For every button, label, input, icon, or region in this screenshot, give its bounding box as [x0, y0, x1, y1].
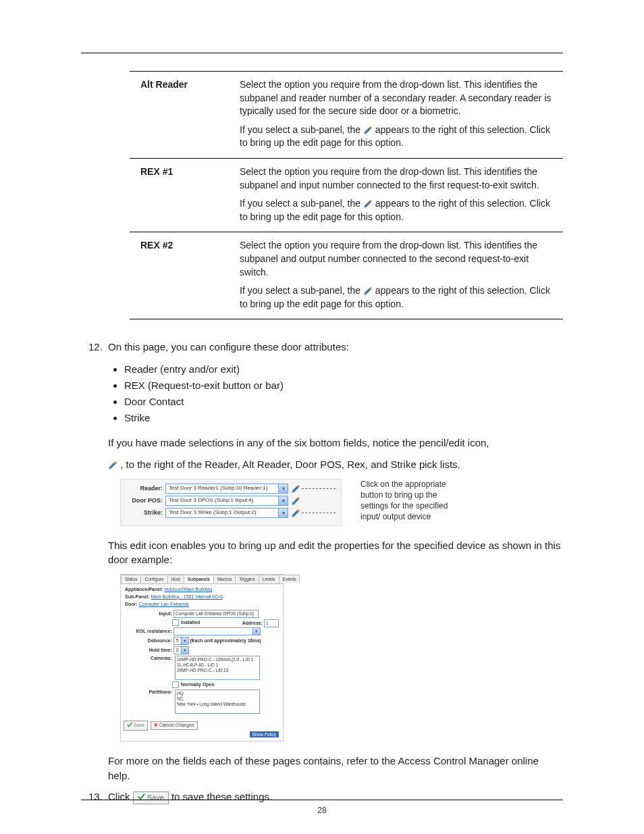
tab-subpanels[interactable]: Subpanels [184, 575, 214, 583]
options-table: Alt Reader Select the option you require… [130, 71, 563, 319]
tab-bar: Status Configure Host Subpanels Macros T… [121, 575, 283, 584]
appliance-panel-link[interactable]: redcloud/Main Building [164, 587, 212, 592]
callout-text: Click on the appropriate button to bring… [360, 479, 462, 523]
step-12: On this page, you can configure these do… [105, 340, 563, 783]
pencil-icon [363, 199, 373, 209]
hold-time-select[interactable]: 0▾ [173, 646, 189, 654]
door-pos-label: Door POS: [126, 496, 163, 505]
normally-open-checkbox[interactable] [172, 681, 179, 688]
chevron-down-icon: ▾ [181, 637, 188, 644]
chevron-down-icon[interactable]: ▾ [278, 484, 288, 493]
tab-macros[interactable]: Macros [213, 575, 236, 583]
opt-header-rex-1: REX #1 [130, 158, 229, 232]
sub-panel-link[interactable]: Main Building - 1501 Internal I/O-0 [151, 594, 223, 599]
tab-triggers[interactable]: Triggers [235, 575, 259, 583]
pencil-icon[interactable] [291, 496, 299, 504]
tab-status[interactable]: Status [121, 575, 141, 583]
chevron-down-icon[interactable]: ▾ [278, 496, 288, 505]
show-policy-link[interactable]: Show Policy [250, 731, 279, 737]
pencil-icon[interactable] [291, 509, 299, 517]
save-button[interactable]: Save [124, 721, 148, 731]
installed-checkbox[interactable] [172, 619, 179, 626]
close-icon: ✖ [154, 723, 158, 729]
input-field[interactable]: Computer Lab Entrance DPOS (Subp:0) [173, 610, 259, 618]
page-number: 28 [0, 806, 644, 815]
step-13: Click Save to save these settings. [105, 789, 563, 804]
tab-host[interactable]: Host [167, 575, 184, 583]
door-pos-combo[interactable]: Test Door 3 DPOS (Subp:1 Input:4)▾ [165, 496, 288, 506]
strike-label: Strike: [126, 509, 163, 517]
edit-properties-screenshot: Status Configure Host Subpanels Macros T… [120, 574, 284, 741]
opt-header-alt-reader: Alt Reader [130, 72, 229, 159]
opt-header-rex-2: REX #2 [130, 232, 229, 319]
cameras-listbox[interactable]: 1bMP-HD-PRO-C - 130mm (2.0 - L/D 1 1L-HC… [175, 656, 260, 680]
tab-events[interactable]: Events [279, 575, 300, 583]
debounce-select[interactable]: 5▾ [173, 637, 189, 645]
attribute-list: Reader (entry and/or exit) REX (Request-… [108, 361, 563, 426]
pencil-icon [363, 286, 373, 296]
cancel-changes-button[interactable]: ✖Cancel Changes [151, 721, 198, 730]
pencil-icon [108, 461, 117, 470]
door-link[interactable]: Computer Lab Entrance [139, 602, 189, 606]
chevron-down-icon[interactable]: ▾ [278, 509, 288, 517]
strike-combo[interactable]: Test Door 3 Strike (Subp:1 Output:2)▾ [165, 508, 288, 518]
check-icon [138, 793, 145, 804]
partitions-listbox[interactable]: HQ NC New York • Long Island Warehouse [175, 689, 260, 714]
pencil-icon [363, 126, 373, 135]
address-field[interactable]: 1 [264, 619, 279, 627]
reader-label: Reader: [126, 484, 163, 493]
tab-levels[interactable]: Levels [259, 575, 279, 583]
save-button-inline[interactable]: Save [133, 791, 169, 805]
chevron-down-icon: ▾ [252, 628, 260, 635]
pick-list-screenshot: Reader: Test Door 3 Reader1 (Subp:10 Rea… [120, 479, 563, 526]
tab-configure[interactable]: Configure [140, 575, 167, 583]
chevron-down-icon: ▾ [181, 647, 188, 654]
pencil-icon[interactable] [291, 484, 299, 492]
reader-combo[interactable]: Test Door 3 Reader1 (Subp:10 Reader:1)▾ [165, 484, 288, 494]
eol-select[interactable]: ▾ [173, 627, 261, 635]
